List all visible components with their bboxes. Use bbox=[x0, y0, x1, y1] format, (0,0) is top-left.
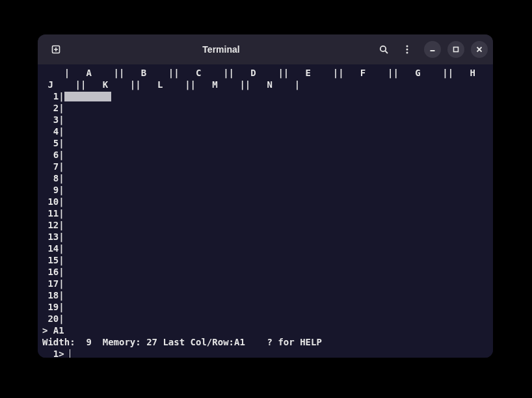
terminal-line: 7| bbox=[42, 161, 488, 172]
new-tab-button[interactable] bbox=[46, 39, 66, 60]
terminal-line: 19| bbox=[42, 301, 488, 313]
terminal-line: 1| bbox=[42, 90, 488, 102]
minimize-button[interactable] bbox=[424, 41, 441, 58]
terminal-line: 13| bbox=[42, 231, 488, 243]
terminal-line: | A || B || C || D || E || F || G || H |… bbox=[42, 67, 488, 79]
active-cell-highlight bbox=[64, 92, 111, 101]
terminal-line: 14| bbox=[42, 243, 488, 254]
svg-rect-9 bbox=[454, 47, 459, 52]
terminal-line: 9| bbox=[42, 184, 488, 196]
titlebar: Terminal bbox=[38, 34, 493, 64]
terminal-line: 17| bbox=[42, 278, 488, 289]
window-title: Terminal bbox=[69, 44, 373, 55]
text-cursor bbox=[70, 349, 70, 358]
menu-button[interactable] bbox=[397, 39, 418, 60]
terminal-line: 10| bbox=[42, 196, 488, 207]
terminal-line: 12| bbox=[42, 219, 488, 231]
terminal-line: 1> bbox=[42, 348, 488, 358]
terminal-line: 3| bbox=[42, 114, 488, 126]
close-button[interactable] bbox=[471, 41, 488, 58]
search-button[interactable] bbox=[373, 39, 394, 60]
terminal-line: 16| bbox=[42, 266, 488, 278]
terminal-line: 8| bbox=[42, 172, 488, 184]
terminal-line: J || K || L || M || N | bbox=[42, 79, 488, 90]
svg-line-4 bbox=[385, 51, 388, 53]
terminal-window: Terminal bbox=[38, 34, 493, 358]
terminal-line: 6| bbox=[42, 149, 488, 161]
terminal-line: 2| bbox=[42, 102, 488, 114]
terminal-line: 4| bbox=[42, 126, 488, 137]
svg-point-7 bbox=[406, 52, 408, 54]
terminal-line: 11| bbox=[42, 207, 488, 219]
terminal-line: 18| bbox=[42, 289, 488, 301]
maximize-button[interactable] bbox=[447, 41, 464, 58]
terminal-line: 5| bbox=[42, 137, 488, 149]
svg-point-3 bbox=[380, 46, 386, 51]
terminal-line: 15| bbox=[42, 254, 488, 266]
svg-point-6 bbox=[406, 49, 408, 51]
terminal-line: Width: 9 Memory: 27 Last Col/Row:A1 ? fo… bbox=[42, 336, 488, 348]
terminal-line: > A1 bbox=[42, 325, 488, 336]
terminal-body[interactable]: | A || B || C || D || E || F || G || H |… bbox=[38, 64, 493, 358]
svg-point-5 bbox=[406, 46, 408, 47]
terminal-line: 20| bbox=[42, 313, 488, 325]
